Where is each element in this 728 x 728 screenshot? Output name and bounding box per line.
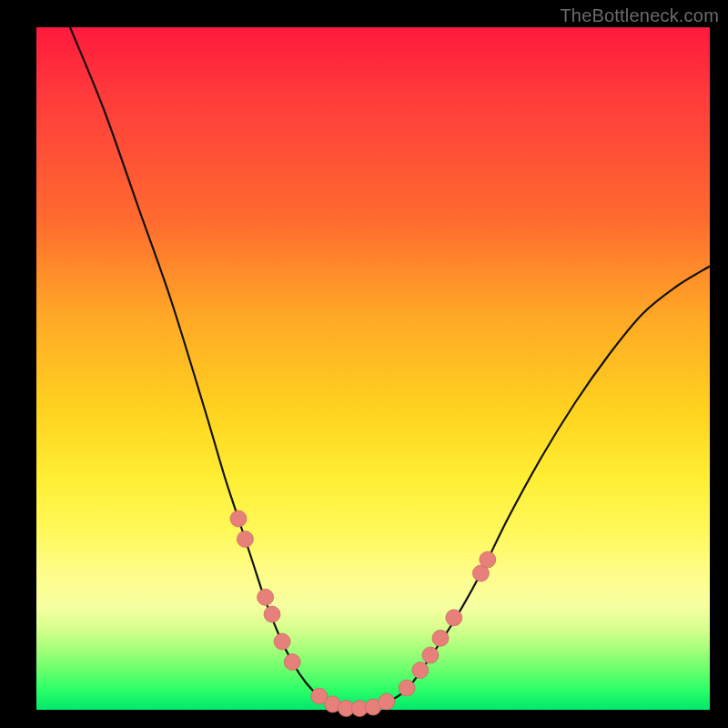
- highlight-dot: [258, 589, 274, 605]
- bottleneck-curve: [70, 27, 710, 711]
- highlight-dot: [412, 662, 429, 679]
- bottleneck-curve-svg: [36, 27, 710, 710]
- highlight-dot: [237, 531, 253, 548]
- highlight-dot: [379, 693, 395, 710]
- chart-frame: TheBottleneck.com: [0, 0, 728, 728]
- watermark-text: TheBottleneck.com: [560, 5, 719, 26]
- highlight-dot: [399, 680, 415, 696]
- highlight-dot: [446, 610, 462, 626]
- highlight-dot: [274, 633, 290, 650]
- highlight-dot: [230, 511, 247, 527]
- highlight-dot: [264, 606, 280, 622]
- highlight-dot: [422, 647, 439, 663]
- highlight-dot: [284, 654, 300, 671]
- highlight-dot: [432, 630, 449, 646]
- highlight-dot: [480, 551, 496, 568]
- highlight-dots: [230, 511, 496, 717]
- plot-area: [36, 27, 710, 710]
